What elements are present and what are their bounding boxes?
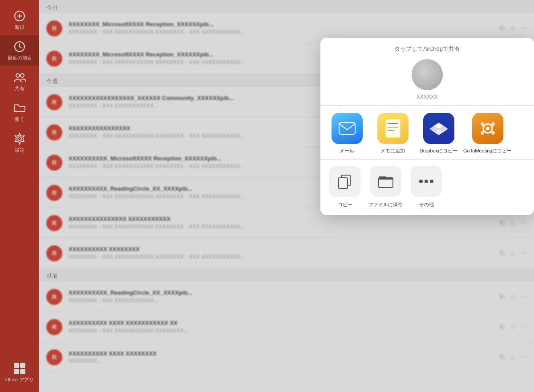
avatar [412,59,443,90]
svg-rect-27 [339,178,348,188]
copy-button[interactable] [329,166,360,197]
notes-icon [384,118,401,139]
mail-app-icon [332,113,363,144]
dropbox-app-icon [423,113,454,144]
share-app-dropbox[interactable]: Dropboxにコピー [417,113,460,154]
share-app-dropbox-label: Dropboxにコピー [420,148,458,154]
save-file-button[interactable] [370,166,401,197]
gotomeeting-app-icon [472,113,503,144]
mail-icon [339,122,356,135]
copy-icon [337,173,353,189]
share-app-mail-label: メール [340,148,354,154]
airdrop-person-name: XXXXXX [417,94,438,100]
svg-point-24 [481,131,484,135]
notes-app-icon [377,113,409,144]
action-copy[interactable]: コピー [329,166,360,208]
svg-rect-11 [339,123,355,134]
copy-action-label: コピー [338,201,352,208]
other-button[interactable] [411,166,442,197]
share-app-gotomeeting[interactable]: GoToMeetingにコピー [463,113,512,154]
share-app-notes-label: メモに追加 [380,148,405,154]
svg-point-21 [486,127,490,130]
action-row: コピー ファイルに保存 その他 [320,160,534,215]
svg-rect-12 [385,119,400,138]
dropbox-icon [429,119,448,138]
svg-point-30 [425,180,428,183]
other-action-label: その他 [419,201,434,208]
airdrop-section: タップしてAirDropで共有 XXXXXX [320,38,534,106]
svg-point-31 [430,180,433,183]
folder-icon [378,173,394,189]
action-save-file[interactable]: ファイルに保存 [368,166,403,208]
airdrop-person[interactable]: XXXXXX [329,59,525,100]
svg-point-29 [419,180,423,183]
more-dots-icon [418,177,434,186]
airdrop-header: タップしてAirDropで共有 [329,45,525,53]
svg-point-25 [491,131,495,135]
share-app-notes[interactable]: メモに追加 [372,113,414,154]
save-file-action-label: ファイルに保存 [368,201,403,208]
share-app-gotomeeting-label: GoToMeetingにコピー [463,148,512,154]
svg-point-23 [491,122,495,126]
share-app-mail[interactable]: メール [326,113,368,154]
share-panel: タップしてAirDropで共有 XXXXXX メール [320,38,534,215]
svg-point-22 [481,122,484,126]
app-share-row: メール メモに追加 [320,106,534,160]
action-other[interactable]: その他 [411,166,442,208]
gotomeeting-icon [478,119,498,138]
